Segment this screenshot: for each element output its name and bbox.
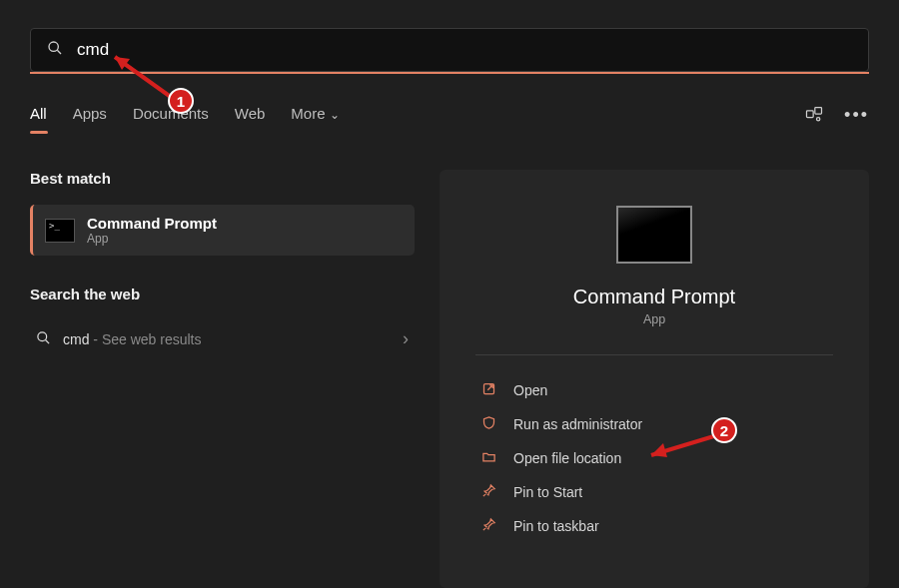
svg-rect-2	[807, 111, 814, 118]
open-icon	[479, 381, 497, 399]
action-open-label: Open	[513, 382, 547, 398]
detail-subtitle: App	[475, 312, 833, 326]
web-result-query: cmd	[63, 331, 89, 347]
detail-panel: Command Prompt App Open Run as administr…	[440, 170, 869, 588]
search-input[interactable]	[77, 40, 852, 60]
more-options-icon[interactable]: •••	[844, 105, 869, 130]
best-match-subtitle: App	[87, 232, 217, 246]
action-pin-to-taskbar[interactable]: Pin to taskbar	[475, 509, 833, 543]
search-icon	[47, 40, 63, 60]
annotation-badge-2: 2	[711, 417, 737, 443]
command-prompt-large-icon	[616, 206, 692, 264]
web-result-row[interactable]: cmd - See web results ›	[30, 320, 415, 357]
top-right-icons: •••	[804, 105, 869, 130]
svg-line-6	[46, 339, 49, 342]
svg-line-1	[57, 50, 61, 54]
tab-more[interactable]: More⌄	[291, 105, 339, 130]
svg-point-5	[38, 331, 47, 340]
search-web-heading: Search the web	[30, 286, 415, 302]
chevron-right-icon: ›	[403, 328, 409, 349]
svg-point-0	[49, 42, 58, 51]
action-run-admin-label: Run as administrator	[513, 416, 642, 432]
action-open[interactable]: Open	[475, 373, 833, 407]
svg-rect-3	[815, 108, 822, 115]
detail-title: Command Prompt	[475, 286, 833, 308]
best-match-result[interactable]: Command Prompt App	[30, 205, 415, 256]
tab-more-label: More	[291, 105, 325, 122]
tab-all[interactable]: All	[30, 105, 47, 130]
shield-icon	[479, 415, 497, 433]
action-open-loc-label: Open file location	[513, 450, 621, 466]
tab-web[interactable]: Web	[235, 105, 266, 130]
search-icon	[36, 330, 51, 348]
best-match-heading: Best match	[30, 170, 415, 187]
pin-icon	[479, 483, 497, 501]
svg-marker-11	[651, 443, 667, 457]
web-result-suffix: - See web results	[89, 331, 201, 347]
chevron-down-icon: ⌄	[330, 108, 340, 122]
action-pin-to-start[interactable]: Pin to Start	[475, 475, 833, 509]
web-result-text: cmd - See web results	[63, 331, 202, 347]
quick-search-icon[interactable]	[804, 105, 824, 130]
action-pin-taskbar-label: Pin to taskbar	[513, 518, 599, 534]
action-pin-start-label: Pin to Start	[513, 484, 582, 500]
pin-icon	[479, 517, 497, 535]
divider	[475, 354, 833, 355]
folder-icon	[479, 449, 497, 467]
annotation-badge-1: 1	[168, 88, 194, 114]
best-match-text: Command Prompt App	[87, 215, 217, 246]
results-column: Best match Command Prompt App Search the…	[30, 170, 415, 357]
command-prompt-icon	[45, 219, 75, 243]
best-match-title: Command Prompt	[87, 215, 217, 232]
svg-point-4	[817, 118, 820, 121]
